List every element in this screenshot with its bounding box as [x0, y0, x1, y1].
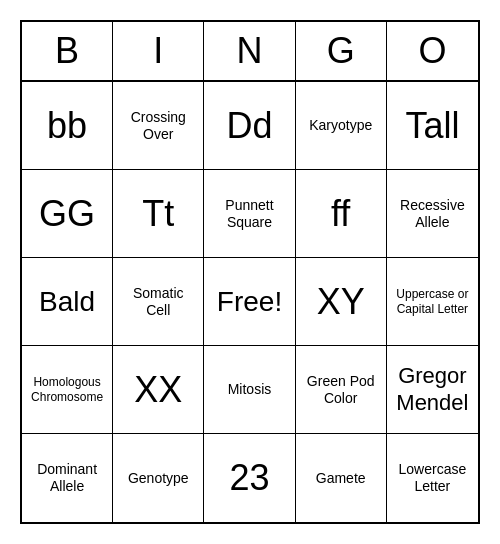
cell-content: 23 — [229, 456, 269, 499]
cell-content: Green Pod Color — [302, 373, 380, 407]
cell-content: Homologous Chromosome — [28, 375, 106, 404]
cell-r2-c1: Somatic Cell — [113, 258, 204, 346]
cell-r1-c1: Tt — [113, 170, 204, 258]
cell-r0-c3: Karyotype — [296, 82, 387, 170]
cell-r1-c3: ff — [296, 170, 387, 258]
cell-content: Mitosis — [228, 381, 272, 398]
header-letter: B — [22, 22, 113, 80]
bingo-card: BINGO bbCrossing OverDdKaryotypeTallGGTt… — [20, 20, 480, 524]
cell-content: XX — [134, 368, 182, 411]
cell-content: Dominant Allele — [28, 461, 106, 495]
cell-content: Gregor Mendel — [393, 363, 472, 416]
header-letter: G — [296, 22, 387, 80]
cell-r3-c2: Mitosis — [204, 346, 295, 434]
bingo-header: BINGO — [22, 22, 478, 82]
cell-content: GG — [39, 192, 95, 235]
header-letter: I — [113, 22, 204, 80]
cell-r3-c4: Gregor Mendel — [387, 346, 478, 434]
bingo-grid: bbCrossing OverDdKaryotypeTallGGTtPunnet… — [22, 82, 478, 522]
cell-r0-c0: bb — [22, 82, 113, 170]
cell-r1-c4: Recessive Allele — [387, 170, 478, 258]
header-letter: N — [204, 22, 295, 80]
header-letter: O — [387, 22, 478, 80]
cell-r2-c3: XY — [296, 258, 387, 346]
cell-content: Genotype — [128, 470, 189, 487]
cell-r4-c0: Dominant Allele — [22, 434, 113, 522]
cell-r3-c3: Green Pod Color — [296, 346, 387, 434]
cell-content: Gamete — [316, 470, 366, 487]
cell-r2-c2: Free! — [204, 258, 295, 346]
cell-r2-c4: Uppercase or Capital Letter — [387, 258, 478, 346]
cell-r4-c2: 23 — [204, 434, 295, 522]
cell-content: Dd — [226, 104, 272, 147]
cell-r0-c4: Tall — [387, 82, 478, 170]
cell-content: Tall — [405, 104, 459, 147]
cell-content: Tt — [142, 192, 174, 235]
cell-content: Bald — [39, 285, 95, 319]
cell-content: Uppercase or Capital Letter — [393, 287, 472, 316]
cell-content: Karyotype — [309, 117, 372, 134]
cell-content: Somatic Cell — [119, 285, 197, 319]
cell-r1-c0: GG — [22, 170, 113, 258]
cell-content: Free! — [217, 285, 282, 319]
cell-r0-c2: Dd — [204, 82, 295, 170]
cell-content: Lowercase Letter — [393, 461, 472, 495]
cell-r1-c2: Punnett Square — [204, 170, 295, 258]
cell-content: ff — [331, 192, 350, 235]
cell-r3-c0: Homologous Chromosome — [22, 346, 113, 434]
cell-r4-c1: Genotype — [113, 434, 204, 522]
cell-r0-c1: Crossing Over — [113, 82, 204, 170]
cell-r4-c3: Gamete — [296, 434, 387, 522]
cell-r3-c1: XX — [113, 346, 204, 434]
cell-content: Punnett Square — [210, 197, 288, 231]
cell-content: Crossing Over — [119, 109, 197, 143]
cell-content: bb — [47, 104, 87, 147]
cell-r2-c0: Bald — [22, 258, 113, 346]
cell-content: XY — [317, 280, 365, 323]
cell-r4-c4: Lowercase Letter — [387, 434, 478, 522]
cell-content: Recessive Allele — [393, 197, 472, 231]
